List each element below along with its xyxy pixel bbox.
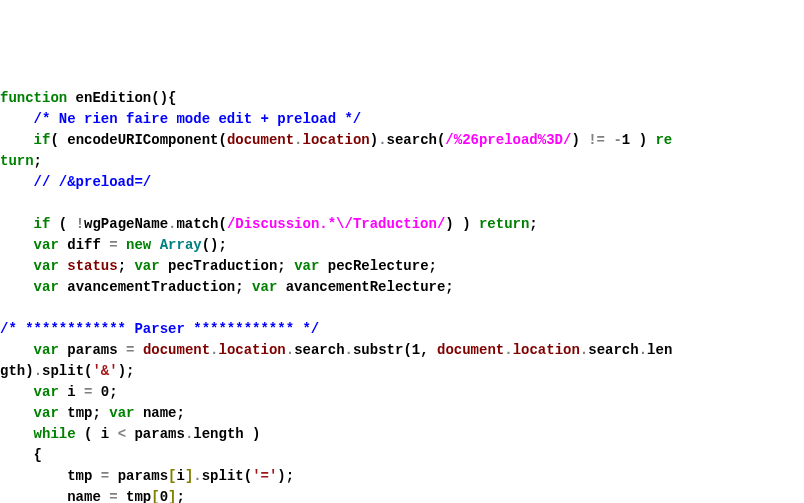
prop-search: search (588, 342, 638, 358)
prop-length: length (193, 426, 243, 442)
keyword-var: var (34, 342, 59, 358)
sp (109, 468, 117, 484)
line-18: { (0, 447, 42, 463)
sp (92, 468, 100, 484)
space (59, 279, 67, 295)
num-0: 0 (160, 489, 168, 503)
identifier: name (143, 405, 177, 421)
punct: ( (50, 216, 75, 232)
identifier: diff (67, 237, 101, 253)
punct: ) (244, 426, 261, 442)
line-16: var tmp; var name; (0, 405, 185, 421)
identifier: i (67, 384, 75, 400)
keyword-var: var (294, 258, 319, 274)
line-3: if( encodeURIComponent(document.location… (0, 132, 672, 148)
space (319, 258, 327, 274)
identifier: params (67, 342, 117, 358)
prop-len-part1: len (647, 342, 672, 358)
semicolon: ; (34, 153, 42, 169)
keyword-var: var (34, 237, 59, 253)
object-location: location (513, 342, 580, 358)
semicolon: ; (277, 258, 294, 274)
semicolon: ; (529, 216, 537, 232)
keyword-var: var (34, 384, 59, 400)
dot: . (378, 132, 386, 148)
dot: . (504, 342, 512, 358)
dot: . (345, 342, 353, 358)
regex: /Discussion.*\/Traduction/ (227, 216, 445, 232)
fn-substr: substr (353, 342, 403, 358)
punct: (){ (151, 90, 176, 106)
identifier: i (176, 468, 184, 484)
operator-lt: < (118, 426, 126, 442)
object-location: location (303, 132, 370, 148)
identifier: pecRelecture (328, 258, 429, 274)
space (59, 342, 67, 358)
num-1: 1 (622, 132, 630, 148)
object-location: location (219, 342, 286, 358)
fn-name: enEdition (67, 90, 151, 106)
line-15: var i = 0; (0, 384, 118, 400)
semicolon: ; (109, 384, 117, 400)
identifier: params (118, 468, 168, 484)
object-document: document (227, 132, 294, 148)
punct: ( (218, 132, 226, 148)
identifier: tmp (67, 468, 92, 484)
keyword-var: var (34, 258, 59, 274)
line-9: var status; var pecTraduction; var pecRe… (0, 258, 437, 274)
line-12: /* ************ Parser ************ */ (0, 321, 319, 337)
sp (92, 384, 100, 400)
line-2: /* Ne rien faire mode edit + preload */ (0, 111, 361, 127)
punct: ); (118, 363, 135, 379)
line-14: gth).split('&'); (0, 363, 134, 379)
num-1: 1 (412, 342, 420, 358)
keyword-function: function (0, 90, 67, 106)
fn-split: split (202, 468, 244, 484)
line-20: name = tmp[0]; (0, 489, 185, 503)
neg: - (613, 132, 621, 148)
sp (118, 489, 126, 503)
sp (101, 489, 109, 503)
dot: . (639, 342, 647, 358)
keyword-return-part1: re (655, 132, 672, 148)
prop-search: search (387, 132, 437, 148)
dot: . (286, 342, 294, 358)
fn-match: match (176, 216, 218, 232)
operator-eq: = (109, 489, 117, 503)
operator-eq: = (109, 237, 117, 253)
object-document: document (437, 342, 504, 358)
punct: ( (76, 426, 101, 442)
sp (134, 342, 142, 358)
punct: ) (571, 132, 588, 148)
fn-call: encodeURIComponent (67, 132, 218, 148)
keyword-var: var (34, 279, 59, 295)
regex: /%26preload%3D/ (445, 132, 571, 148)
keyword-return: return (479, 216, 529, 232)
sp (76, 384, 84, 400)
line-19: tmp = params[i].split('='); (0, 468, 294, 484)
prop-search: search (294, 342, 344, 358)
object-document: document (143, 342, 210, 358)
space (134, 405, 142, 421)
punct: ) (630, 132, 655, 148)
identifier: name (67, 489, 101, 503)
semicolon: ; (177, 405, 185, 421)
semicolon: ; (118, 258, 135, 274)
punct: ) (25, 363, 33, 379)
space (151, 237, 159, 253)
identifier: tmp (126, 489, 151, 503)
identifier: avancementTraduction (67, 279, 235, 295)
keyword-var: var (252, 279, 277, 295)
keyword-while: while (34, 426, 76, 442)
punct: ); (277, 468, 294, 484)
punct: ( (50, 132, 67, 148)
operator-neq: != (588, 132, 605, 148)
identifier: avancementRelecture (286, 279, 446, 295)
space (277, 279, 285, 295)
operator-eq: = (101, 468, 109, 484)
identifier: i (101, 426, 109, 442)
comment: /* Ne rien faire mode edit + preload */ (34, 111, 362, 127)
identifier: wgPageName (84, 216, 168, 232)
semicolon: ; (92, 405, 109, 421)
type-array: Array (160, 237, 202, 253)
